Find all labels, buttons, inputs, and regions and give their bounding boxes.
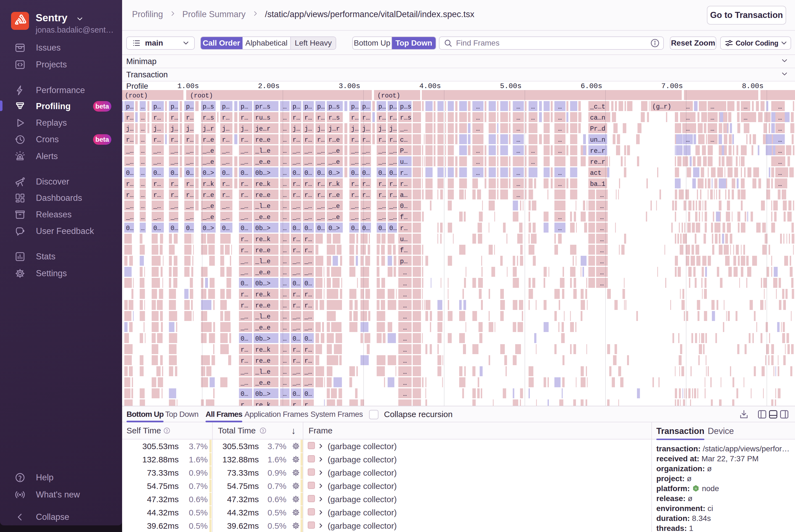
svg-text:…: … [283, 214, 287, 221]
svg-text:r…: r… [126, 136, 134, 144]
svg-text:_…: _… [153, 214, 161, 221]
svg-text:p…s: p…s [203, 103, 214, 111]
svg-text:…: … [283, 324, 287, 331]
svg-text:…: … [744, 114, 747, 121]
svg-text:r…: r… [351, 114, 359, 121]
svg-text:…: … [283, 170, 287, 177]
svg-text:_…: _… [292, 269, 300, 276]
svg-text:r…: r… [292, 180, 300, 188]
svg-text:_…: _… [186, 214, 194, 221]
svg-text:_…: _… [400, 126, 408, 133]
svg-text:p…: p… [186, 103, 194, 111]
svg-text:…: … [516, 170, 520, 177]
svg-text:_e…e: _e…e [255, 214, 270, 221]
svg-text:…: … [686, 103, 690, 111]
svg-text:0…: 0… [241, 335, 248, 343]
svg-text:_…: _… [186, 203, 194, 210]
svg-text:_…: _… [170, 158, 178, 166]
svg-text:0…: 0… [351, 170, 359, 177]
svg-text:r…: r… [126, 114, 134, 121]
svg-text:r…e: r…e [203, 192, 214, 199]
svg-text:un…n: un…n [590, 136, 605, 144]
svg-text:r…: r… [378, 180, 386, 188]
svg-text:…: … [558, 114, 562, 121]
svg-text:_l…e: _l…e [255, 313, 270, 320]
svg-text:r…: r… [222, 136, 230, 144]
svg-text:0…: 0… [317, 170, 325, 177]
svg-text:_…: _… [362, 214, 370, 221]
svg-text:…: … [283, 269, 287, 276]
svg-text:…: … [744, 103, 747, 111]
svg-text:0b…>: 0b…> [255, 170, 270, 177]
svg-text:_…: _… [317, 148, 325, 155]
svg-text:r…: r… [153, 180, 161, 188]
svg-text:_…: _… [292, 203, 300, 210]
svg-text:…: … [141, 180, 145, 188]
svg-text:_…: _… [240, 324, 248, 331]
svg-text:…: … [283, 402, 287, 406]
svg-text:_…: _… [240, 313, 248, 320]
svg-text:r…: r… [292, 136, 300, 144]
svg-text:…: … [558, 214, 562, 221]
svg-text:…: … [600, 247, 604, 254]
svg-text:_…: _… [222, 203, 230, 210]
svg-text:_…e: _…e [328, 203, 340, 210]
svg-text:0b…>: 0b…> [255, 391, 270, 398]
svg-text:P…: P… [400, 148, 408, 155]
svg-text:_…: _… [351, 158, 359, 166]
svg-text:_…: _… [126, 203, 134, 210]
svg-text:r…: r… [292, 302, 300, 309]
svg-text:je…r: je…r [255, 126, 270, 133]
svg-text:…: … [778, 103, 782, 111]
svg-text:…: … [778, 180, 782, 188]
svg-text:j…: j… [304, 126, 312, 133]
svg-text:…: … [283, 203, 287, 210]
svg-text:r…: r… [317, 114, 325, 121]
svg-text:j…: j… [153, 126, 161, 133]
svg-text:0…: 0… [389, 170, 397, 177]
svg-text:0…: 0… [304, 335, 312, 343]
svg-text:_…: _… [153, 148, 161, 155]
svg-text:0…: 0… [153, 225, 161, 232]
svg-text:…: … [711, 126, 714, 133]
svg-text:…: … [283, 225, 287, 232]
svg-text:r…: r… [241, 346, 248, 354]
svg-text:_…: _… [240, 214, 248, 221]
svg-text:_…: _… [317, 203, 325, 210]
svg-text:f…: f… [400, 247, 408, 254]
svg-text:_…: _… [378, 214, 386, 221]
svg-text:r…: r… [186, 180, 194, 188]
svg-text:r…: r… [222, 192, 230, 199]
svg-text:_…: _… [304, 148, 312, 155]
svg-text:re…k: re…k [255, 236, 270, 243]
svg-text:r…s: r…s [400, 114, 411, 121]
svg-text:…: … [283, 313, 287, 320]
svg-text:r…: r… [292, 114, 300, 121]
svg-text:…: … [283, 158, 287, 166]
svg-text:…: … [558, 103, 562, 111]
svg-text:0…: 0… [304, 391, 312, 398]
svg-text:…: … [283, 192, 287, 199]
svg-text:…: … [141, 214, 145, 221]
svg-text:…: … [711, 103, 714, 111]
svg-text:_…: _… [126, 158, 134, 166]
svg-text:_…e: _…e [328, 214, 340, 221]
svg-text:ca…n: ca…n [590, 114, 605, 121]
svg-text:r…: r… [400, 180, 408, 188]
svg-text:_…: _… [351, 203, 359, 210]
svg-text:r…: r… [304, 291, 312, 298]
svg-text:r…s: r…s [203, 114, 214, 121]
svg-text:0…: 0… [186, 170, 194, 177]
svg-text:_…: _… [292, 380, 300, 387]
svg-text:r…: r… [153, 192, 161, 199]
svg-text:…: … [600, 258, 604, 265]
svg-text:_…: _… [240, 380, 248, 387]
svg-text:_…: _… [292, 368, 300, 376]
svg-text:_…: _… [292, 148, 300, 155]
svg-text:j…: j… [351, 126, 359, 133]
svg-text:…: … [778, 148, 782, 155]
svg-text:p…: p… [171, 103, 178, 111]
svg-text:p…: p… [389, 103, 397, 111]
svg-text:p…: p… [317, 103, 325, 111]
svg-text:r…: r… [378, 136, 386, 144]
